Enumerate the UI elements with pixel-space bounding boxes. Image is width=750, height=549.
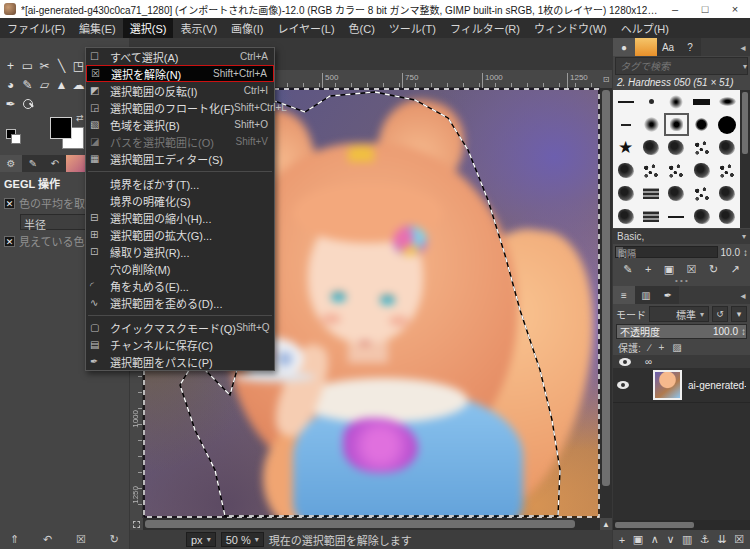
- menu-row[interactable]: ▧ 色域を選択(B) Shift+O: [86, 116, 274, 133]
- brush-item[interactable]: [689, 136, 714, 159]
- tab-fonts[interactable]: Aa: [657, 38, 679, 56]
- tab-gradients[interactable]: [635, 38, 657, 56]
- airbrush-tool[interactable]: ▲: [53, 75, 70, 94]
- menu-row[interactable]: ✒ 選択範囲をパスに(P): [86, 353, 274, 370]
- menubar-item[interactable]: ツール(T): [382, 18, 443, 38]
- brush-item[interactable]: [638, 159, 663, 182]
- brush-scrollbar[interactable]: [740, 90, 750, 228]
- brush-item[interactable]: [664, 159, 689, 182]
- mode-reset-button[interactable]: ↺: [712, 306, 728, 322]
- layers-scrollbar[interactable]: [613, 520, 750, 530]
- lock-alpha-icon[interactable]: ▨: [672, 342, 681, 353]
- edit-brush-button[interactable]: ✎: [623, 263, 632, 276]
- menubar-item[interactable]: 画像(I): [224, 18, 270, 38]
- spacing-slider[interactable]: 間隔 10.0 ↕: [615, 245, 748, 259]
- tab-tool-options[interactable]: ⚙: [0, 155, 22, 172]
- dock-menu-icon[interactable]: ◂: [736, 286, 750, 304]
- dock-menu-icon[interactable]: ◂: [736, 38, 750, 56]
- vertical-scrollbar[interactable]: [600, 88, 612, 518]
- duplicate-layer-button[interactable]: ▥: [682, 533, 692, 546]
- brush-item[interactable]: [613, 90, 638, 113]
- scroll-down-arrow[interactable]: ▲: [600, 518, 612, 530]
- move-tool[interactable]: +: [2, 56, 19, 75]
- new-brush-button[interactable]: +: [645, 263, 651, 275]
- tab-paths[interactable]: ✒: [657, 286, 679, 304]
- brush-item[interactable]: [613, 182, 638, 205]
- brush-item[interactable]: [638, 205, 663, 228]
- brush-item[interactable]: [613, 113, 638, 136]
- eraser-tool[interactable]: ▱: [36, 75, 53, 94]
- default-colors-icon[interactable]: [6, 129, 16, 139]
- menu-row[interactable]: ◩ 選択範囲の反転(I) Ctrl+I: [86, 82, 274, 99]
- brush-item[interactable]: [715, 182, 740, 205]
- brush-item[interactable]: [638, 182, 663, 205]
- menubar-item[interactable]: フィルター(R): [443, 18, 527, 38]
- lower-layer-button[interactable]: ∨: [666, 533, 674, 546]
- menu-row[interactable]: ▤ チャンネルに保存(C): [86, 336, 274, 353]
- save-options-button[interactable]: ⇑: [10, 533, 19, 546]
- minimize-button[interactable]: –: [660, 0, 690, 18]
- brush-item[interactable]: [638, 136, 663, 159]
- brush-preset-dropdown[interactable]: Basic, ▾: [613, 229, 750, 244]
- brush-item[interactable]: [715, 113, 740, 136]
- restore-options-button[interactable]: ↶: [43, 533, 52, 546]
- lock-position-icon[interactable]: +: [658, 342, 664, 353]
- brush-item[interactable]: [715, 90, 740, 113]
- close-button[interactable]: ×: [720, 0, 750, 18]
- anchor-layer-button[interactable]: ⚓: [700, 533, 710, 546]
- horizontal-scrollbar[interactable]: [143, 518, 600, 530]
- delete-layer-button[interactable]: ☒: [734, 533, 744, 546]
- reset-options-button[interactable]: ↻: [110, 533, 119, 546]
- tab-undo-history[interactable]: ↶: [44, 155, 66, 172]
- foreground-color[interactable]: [50, 117, 72, 139]
- average-color-checkbox[interactable]: ✕: [4, 198, 15, 209]
- menubar-item[interactable]: ウィンドウ(W): [527, 18, 614, 38]
- mode-dropdown[interactable]: 標準 ▾: [649, 306, 709, 322]
- brush-item[interactable]: [638, 90, 663, 113]
- sample-merged-checkbox[interactable]: ✕: [4, 236, 15, 247]
- tab-channels[interactable]: ▥: [635, 286, 657, 304]
- menu-row[interactable]: ◪ パスを選択範囲に(O) Shift+V: [86, 133, 274, 150]
- brush-item[interactable]: [689, 113, 714, 136]
- menubar-item[interactable]: 色(C): [342, 18, 382, 38]
- opacity-slider[interactable]: 不透明度 100.0 ↕: [616, 324, 747, 339]
- pencil-tool[interactable]: ✎: [19, 75, 36, 94]
- brush-item[interactable]: [689, 90, 714, 113]
- new-group-button[interactable]: ▣: [633, 533, 643, 546]
- new-layer-button[interactable]: +: [619, 534, 625, 546]
- brush-item[interactable]: [613, 159, 638, 182]
- refresh-brushes-button[interactable]: ↻: [709, 263, 718, 276]
- duplicate-brush-button[interactable]: ▣: [664, 263, 674, 276]
- delete-options-button[interactable]: ☒: [76, 533, 86, 546]
- spacing-spinner[interactable]: ↕: [743, 247, 748, 258]
- menubar-item[interactable]: 表示(V): [173, 18, 224, 38]
- tab-device-status[interactable]: ✎: [22, 155, 44, 172]
- menu-row[interactable]: ⊞ 選択範囲の拡大(G)...: [86, 226, 274, 243]
- menu-row[interactable]: 境界をぼかす(T)...: [86, 175, 274, 192]
- layer-visibility-icon[interactable]: [617, 381, 629, 389]
- menu-row[interactable]: ☐ すべて選択(A) Ctrl+A: [86, 48, 274, 65]
- brush-item[interactable]: [613, 136, 638, 159]
- tab-document-history[interactable]: ?: [679, 38, 701, 56]
- menu-row[interactable]: ⊟ 選択範囲の縮小(H)...: [86, 209, 274, 226]
- rectangle-select-tool[interactable]: ▭: [19, 56, 36, 75]
- brush-item[interactable]: [689, 182, 714, 205]
- menu-row[interactable]: ☒ 選択を解除(N) Shift+Ctrl+A: [86, 65, 274, 82]
- brush-item[interactable]: [638, 113, 663, 136]
- menubar-item[interactable]: ヘルプ(H): [614, 18, 676, 38]
- tab-brushes[interactable]: ●: [613, 38, 635, 56]
- brush-item[interactable]: [689, 205, 714, 228]
- brush-item[interactable]: [613, 205, 638, 228]
- menu-row[interactable]: ▢ クイックマスクモード(Q) Shift+Q: [86, 319, 274, 336]
- brush-item[interactable]: [715, 205, 740, 228]
- menu-row[interactable]: 穴の削除(M): [86, 260, 274, 277]
- raise-layer-button[interactable]: ∧: [651, 533, 659, 546]
- brush-item[interactable]: [664, 182, 689, 205]
- ink-tool[interactable]: ✒: [2, 94, 19, 113]
- quick-mask-toggle[interactable]: [130, 518, 143, 530]
- menu-row[interactable]: 境界の明確化(S): [86, 192, 274, 209]
- menu-row[interactable]: ⊡ 縁取り選択(R)...: [86, 243, 274, 260]
- maximize-button[interactable]: □: [690, 0, 720, 18]
- open-brush-button[interactable]: ↗: [731, 263, 740, 276]
- brush-item[interactable]: [715, 136, 740, 159]
